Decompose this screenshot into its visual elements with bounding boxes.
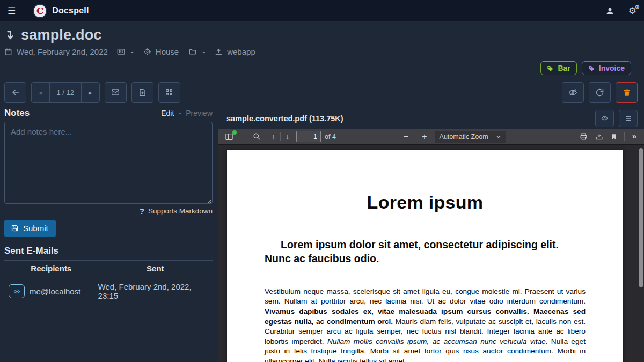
column-header-recipients: Recipients [4,261,98,277]
pdf-viewer[interactable]: Lorem ipsum Lorem ipsum dolor sit amet, … [218,145,644,362]
prev-page-button[interactable]: ◂ [32,83,49,102]
pdf-page-total: of 4 [325,133,336,141]
qrcode-button[interactable] [158,82,180,103]
submit-label: Submit [23,224,48,233]
brand[interactable]: C Docspell [33,4,89,18]
pdf-zoom-value: Automatic Zoom [440,133,488,141]
item-meta-row: Wed, February 2nd, 2022 - House - webapp [4,47,638,56]
document-body: Vestibulum neque massa, scelerisque sit … [265,287,586,362]
top-navbar: ☰ C Docspell ⚙ ⚙ [0,0,644,21]
upload-source-icon [215,48,223,56]
item-source: webapp [227,47,255,56]
document-title: Lorem ipsum [265,192,586,213]
attachment-view-button[interactable] [595,110,614,127]
column-header-sent: Sent [98,261,213,277]
pdf-save-button[interactable] [592,131,606,142]
item-toolbar: ◂ 1 / 12 ▸ [0,82,644,103]
sent-mail-row: me@localhost Wed, February 2nd, 2022, 23… [4,277,213,306]
bars-icon [625,115,632,122]
item-concerning: House [156,47,179,56]
sidebar-menu-icon[interactable]: ☰ [8,6,16,16]
pdf-print-button[interactable] [577,131,590,142]
notes-edit-link[interactable]: Edit [161,109,174,117]
pdf-scrollbar[interactable] [639,146,643,362]
chevron-down-icon [496,134,501,139]
pdf-page-input[interactable] [296,131,321,142]
back-button[interactable] [4,82,26,103]
concerning-crosshair-icon [143,48,151,56]
item-side-panel: Notes Edit • Preview ? Supports Markdown… [0,108,217,362]
markdown-hint[interactable]: ? Supports Markdown [4,206,213,216]
attachment-filename: sample.converted.pdf (113.75K) [226,114,343,123]
pdf-zoom-select[interactable]: Automatic Zoom [435,131,506,143]
pdf-sidebar-toggle-button[interactable] [222,131,236,143]
markdown-hint-label: Supports Markdown [148,207,213,215]
settings-cogs-icon[interactable]: ⚙ ⚙ [628,6,636,16]
item-header: sample.doc Wed, February 2nd, 2022 - Hou… [0,21,644,75]
pdf-scrollbar-thumb[interactable] [639,148,643,287]
tag-invoice[interactable]: Invoice [582,61,631,75]
next-page-button[interactable]: ▸ [81,83,99,102]
unconfirm-button[interactable] [562,82,584,103]
question-icon: ? [140,206,144,216]
pdf-search-button[interactable] [250,131,264,142]
pdfjs-toolbar: ↑ ↓ of 4 − + Automatic Zoom [218,129,644,145]
send-mail-button[interactable] [105,82,127,103]
submit-notes-button[interactable]: Submit [4,220,56,237]
pdf-bookmark-button[interactable] [608,131,620,142]
tag-label: Invoice [599,64,625,72]
tag-label: Bar [558,64,570,72]
save-icon [11,224,19,232]
notes-preview-link[interactable]: Preview [186,109,213,117]
folder-icon [188,48,197,56]
correspondent-card-icon [116,48,126,56]
brand-name: Docspell [52,6,89,16]
sent-mails-table: Recipients Sent me@localhost Wed, Febru [4,261,213,305]
notes-input[interactable] [4,122,213,204]
tag-icon [588,65,595,72]
page-pagination: ◂ 1 / 12 ▸ [31,82,100,103]
sent-mails-heading: Sent E-Mails [4,246,213,261]
sidebar-notification-dot [232,130,237,135]
dot-separator: • [179,110,181,116]
mail-sent-date: Wed, February 2nd, 2022, 23:15 [98,277,213,306]
pdf-zoom-out-button[interactable]: − [399,132,413,142]
pdf-prev-page-button[interactable]: ↑ [269,131,278,143]
tags-row: Bar Invoice [4,61,638,75]
item-date: Wed, February 2nd, 2022 [17,47,108,56]
pdf-more-tools-button[interactable]: » [629,131,640,142]
calendar-icon [4,48,12,56]
attachment-panel: sample.converted.pdf (113.75K) ↑ ↓ [218,108,644,362]
folder-placeholder: - [202,47,205,56]
eye-icon [601,115,609,122]
attachment-menu-button[interactable] [619,110,638,127]
user-icon[interactable] [605,6,614,16]
page-indicator: 1 / 12 [49,83,82,102]
tag-bar[interactable]: Bar [540,61,576,75]
pdf-zoom-in-button[interactable]: + [418,132,431,142]
item-download-icon [4,29,16,42]
reprocess-button[interactable] [589,82,611,103]
docspell-logo-icon: C [33,4,47,18]
document-subheading: Lorem ipsum dolor sit amet, consectetur … [265,238,586,266]
correspondent-placeholder: - [131,47,134,56]
delete-button[interactable] [616,82,638,103]
mail-recipient: me@localhost [30,287,80,296]
item-title: sample.doc [21,27,102,43]
pdf-page: Lorem ipsum Lorem ipsum dolor sit amet, … [227,150,623,362]
add-file-button[interactable] [131,82,153,103]
notes-heading: Notes [4,108,30,119]
pdf-next-page-button[interactable]: ↓ [283,131,292,143]
tag-icon [547,65,554,72]
view-mail-button[interactable] [9,284,25,298]
